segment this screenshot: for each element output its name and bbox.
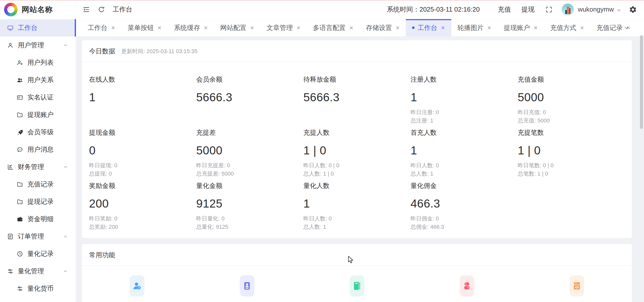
tab-withdraw-accounts[interactable]: 提现账户× <box>498 19 544 36</box>
quick-card-header: 常用功能 <box>82 244 632 266</box>
stat-first-recharge-users: 首充人数1昨日人数: 0总人数: 1 <box>411 128 518 181</box>
topbar: 工作台 系统时间：2025-03-11 02:16:20 充值 提现 wukon… <box>76 0 644 19</box>
sidebar-item-user-management[interactable]: 用户管理 <box>0 37 76 54</box>
logo-row: 网站名称 <box>0 0 76 19</box>
stat-registered-users: 注册人数1昨日注册: 0总注册: 1 <box>411 75 518 128</box>
quick-item-material-center[interactable]: 素材中心 <box>522 275 632 302</box>
relation-card-icon <box>240 275 254 296</box>
tab-recharge-methods[interactable]: 充值方式× <box>544 19 590 36</box>
sidebar-item-order-management[interactable]: 订单管理 <box>0 228 76 245</box>
recharge-button[interactable]: 充值 <box>498 5 511 14</box>
chevron-up-icon <box>63 234 68 239</box>
chevron-up-icon <box>63 269 68 274</box>
tab-article-management[interactable]: 文章管理× <box>260 19 307 36</box>
tab-site-config[interactable]: 网站配置× <box>214 19 260 36</box>
sidebar-item-fund-details[interactable]: 资金明细 <box>0 210 76 228</box>
sidebar-item-withdraw-accounts[interactable]: 提现账户 <box>0 106 76 123</box>
wallet-icon <box>17 216 23 222</box>
collapse-sidebar-icon[interactable] <box>83 6 90 13</box>
tab-system-cache[interactable]: 系统缓存× <box>168 19 214 36</box>
kline-icon <box>7 268 14 275</box>
kline-icon <box>17 285 23 292</box>
close-icon[interactable]: × <box>441 24 445 31</box>
tab-multilang-config[interactable]: 多语言配置× <box>307 19 359 36</box>
quick-actions-card: 常用功能 用户管理 用户关系 资金明细 <box>82 244 632 302</box>
sidebar-item-finance-management[interactable]: 财务管理 <box>0 158 76 176</box>
close-icon[interactable]: × <box>204 24 208 31</box>
today-card-header: 今日数据 更新时间: 2025-03-11 03:15:35 <box>82 40 632 62</box>
close-icon[interactable]: × <box>111 24 115 31</box>
monitor-icon <box>7 25 14 31</box>
sidebar-item-user-messages[interactable]: 用户消息 <box>0 141 76 158</box>
stat-recharge-withdraw-count: 充提笔数1 | 0昨日笔数: 0 | 0总笔数: 1 | 0 <box>518 128 625 181</box>
refresh-icon[interactable] <box>98 6 105 13</box>
site-title: 网站名称 <box>22 5 53 15</box>
chevron-up-icon <box>63 43 68 48</box>
stat-withdraw-amount: 提现金额0昨日提现: 0总提现: 0 <box>89 128 196 181</box>
close-icon[interactable]: × <box>250 24 254 31</box>
sidebar-item-recharge-records[interactable]: 充值记录 <box>0 176 76 193</box>
tab-workbench-active[interactable]: 工作台× <box>406 19 451 36</box>
tab-carousel-images[interactable]: 轮播图片× <box>451 19 498 36</box>
gear-icon[interactable] <box>629 6 637 14</box>
quick-item-user-relations[interactable]: 用户关系 <box>192 275 302 302</box>
sidebar-item-realname-auth[interactable]: 实名认证 <box>0 89 76 106</box>
sidebar-item-withdraw-records[interactable]: 提现记录 <box>0 193 76 210</box>
sidebar-item-user-list[interactable]: 用户列表 <box>0 54 76 71</box>
quick-item-fund-details[interactable]: 资金明细 <box>302 275 412 302</box>
code-window-icon <box>570 275 584 296</box>
tab-storage-settings[interactable]: 存储设置× <box>359 19 406 36</box>
close-icon[interactable]: × <box>534 24 538 31</box>
top-progress-strip <box>0 0 644 1</box>
sidebar-item-workbench[interactable]: 工作台 <box>0 19 76 37</box>
ledger-book-icon <box>350 275 364 296</box>
tab-menu-buttons[interactable]: 菜单按钮× <box>121 19 168 36</box>
sidebar-item-quant-currency[interactable]: 量化货币 <box>0 280 76 297</box>
update-time: 更新时间: 2025-03-11 03:15:35 <box>121 48 197 55</box>
stat-quant-amount: 量化金额9125昨日量化: 0总量化: 9125 <box>196 181 303 234</box>
breadcrumb: 工作台 <box>113 5 132 14</box>
chat-icon <box>17 146 23 153</box>
withdraw-button[interactable]: 提现 <box>521 5 535 14</box>
stat-online-users: 在线人数1 <box>89 75 196 128</box>
close-icon[interactable]: × <box>349 24 353 31</box>
tab-overflow-chevron-down-icon[interactable] <box>623 19 629 36</box>
sidebar-item-member-levels[interactable]: 会员等级 <box>0 123 76 141</box>
stat-quant-commission: 量化佣金466.3昨日佣金: 0总佣金: 466.3 <box>411 181 518 234</box>
sidebar-menu: 工作台 用户管理 用户列表 用户关系 实名认证 提现账户 <box>0 19 76 297</box>
sidebar: 网站名称 工作台 用户管理 用户列表 用户关系 实名认证 <box>0 0 76 302</box>
stat-recharge-withdraw-diff: 充提差5000昨日充提差: 0总充提差: 5000 <box>196 128 303 181</box>
avatar[interactable] <box>562 4 574 16</box>
chart-icon <box>7 164 14 170</box>
stat-pending-release-amount: 待释放金额5666.3 <box>303 75 411 128</box>
close-icon[interactable]: × <box>488 24 491 31</box>
users-icon <box>17 77 23 83</box>
folder-icon <box>17 181 23 188</box>
quick-item-user-management[interactable]: 用户管理 <box>82 275 192 302</box>
close-icon[interactable]: × <box>157 24 161 31</box>
stat-recharge-withdraw-users: 充提人数1 | 0昨日人数: 0 | 0总人数: 1 | 0 <box>303 128 411 181</box>
user-icon <box>7 42 14 49</box>
document-icon <box>7 233 14 240</box>
active-tab-dot <box>412 26 415 29</box>
stats-grid: 在线人数1 会员余额5666.3 待释放金额5666.3 注册人数1昨日注册: … <box>82 62 632 238</box>
sidebar-item-user-relations[interactable]: 用户关系 <box>0 71 76 89</box>
stat-member-balance: 会员余额5666.3 <box>196 75 303 128</box>
chevron-up-icon <box>63 164 68 170</box>
sidebar-item-quant-management[interactable]: 量化管理 <box>0 262 76 280</box>
close-icon[interactable]: × <box>396 24 399 31</box>
fullscreen-icon[interactable] <box>545 6 553 13</box>
scrollbar-thumb[interactable] <box>640 35 643 129</box>
quick-item-quant-records[interactable]: 量化记录 <box>412 275 522 302</box>
sidebar-item-quant-records[interactable]: 量化记录 <box>0 245 76 262</box>
username[interactable]: wukongymw <box>578 6 614 13</box>
tab-recharge-records[interactable]: 充值记录× <box>590 19 636 36</box>
close-icon[interactable]: × <box>580 24 584 31</box>
content-area: 今日数据 更新时间: 2025-03-11 03:15:35 在线人数1 会员余… <box>76 36 644 302</box>
folder-icon <box>17 112 23 118</box>
tab-workbench-1[interactable]: 工作台× <box>82 19 121 36</box>
chevron-down-icon[interactable] <box>616 8 621 13</box>
close-icon[interactable]: × <box>297 24 300 31</box>
site-logo-icon <box>4 3 18 16</box>
today-data-card: 今日数据 更新时间: 2025-03-11 03:15:35 在线人数1 会员余… <box>82 40 632 238</box>
